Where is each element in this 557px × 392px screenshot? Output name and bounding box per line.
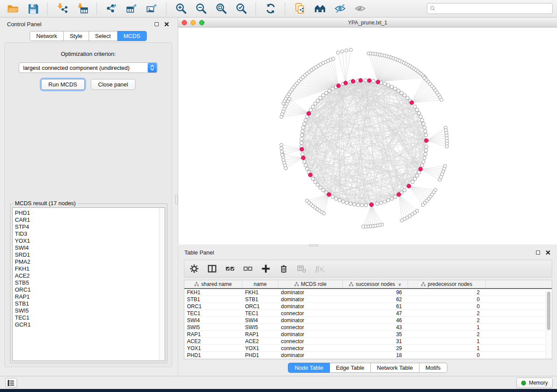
table-row[interactable]: SWI5SWI5connector431 <box>184 324 552 331</box>
toolbar-separator <box>97 3 97 15</box>
table-row[interactable]: SWI4SWI4dominator462 <box>184 317 552 324</box>
table-row[interactable]: FKH1FKH1dominator962 <box>184 289 552 296</box>
create-column-icon[interactable] <box>260 264 271 274</box>
cell-name: ORC1 <box>242 303 278 309</box>
close-panel-button[interactable]: Close panel <box>91 79 136 90</box>
mcds-result-item[interactable]: CAR1 <box>15 217 165 224</box>
task-history-icon[interactable] <box>5 378 17 388</box>
cell-predecessor-nodes: 1 <box>408 338 486 344</box>
zoom-selected-icon[interactable] <box>233 2 249 16</box>
tab-mcds[interactable]: MCDS <box>118 31 147 41</box>
table-panel-tabs: Node TableEdge TableNetwork TableMotifs <box>288 363 447 373</box>
cell-predecessor-nodes: 0 <box>408 303 486 309</box>
tab-network-table[interactable]: Network Table <box>371 363 419 373</box>
column-header-predecessor-nodes[interactable]: predecessor nodes <box>408 280 486 288</box>
select-all-rows-icon[interactable] <box>225 264 235 274</box>
cell-predecessor-nodes: 2 <box>408 331 486 337</box>
mcds-result-item[interactable]: STB5 <box>15 279 165 286</box>
network-canvas[interactable] <box>178 28 557 244</box>
mcds-result-item[interactable]: RAP1 <box>15 293 165 300</box>
destroy-table-icon <box>296 264 307 274</box>
network-window-titlebar[interactable]: YPA_prune.txt_1 <box>178 18 557 28</box>
save-session-icon[interactable] <box>24 2 41 16</box>
mcds-result-item[interactable]: PMA2 <box>15 258 165 265</box>
first-neighbors-icon[interactable] <box>311 2 328 16</box>
show-all-icon[interactable] <box>352 2 368 16</box>
import-network-icon[interactable] <box>54 2 70 16</box>
zoom-out-icon[interactable] <box>193 2 209 16</box>
float-table-panel-icon[interactable] <box>535 250 541 255</box>
table-row[interactable]: TEC1TEC1connector472 <box>184 310 552 317</box>
toolbar-separator <box>166 3 166 15</box>
export-network-icon[interactable] <box>103 2 120 16</box>
mcds-result-item[interactable]: SRD1 <box>15 251 165 258</box>
mcds-result-item[interactable]: SWI4 <box>15 244 165 251</box>
search-input[interactable] <box>437 6 550 12</box>
node-table-rows: FKH1FKH1dominator962STB1STB1dominator620… <box>184 289 552 359</box>
tab-select[interactable]: Select <box>89 31 118 41</box>
table-row[interactable]: ACE2ACE2connector311 <box>184 338 552 345</box>
mcds-result-item[interactable]: SWI5 <box>15 307 165 314</box>
mcds-result-item[interactable]: STB1 <box>15 300 165 307</box>
network-graph[interactable] <box>178 28 557 244</box>
tab-style[interactable]: Style <box>64 31 89 41</box>
mcds-result-item[interactable]: GCR1 <box>15 321 165 328</box>
mcds-result-item[interactable]: FKH1 <box>15 265 165 272</box>
export-table-icon[interactable] <box>123 2 140 16</box>
mcds-result-item[interactable]: TEC1 <box>15 314 165 321</box>
column-header-name[interactable]: name <box>242 280 278 288</box>
table-options-gear-icon[interactable] <box>189 264 199 274</box>
run-mcds-button[interactable]: Run MCDS <box>41 79 85 90</box>
search-box[interactable] <box>427 3 553 14</box>
table-panel-title: Table Panel <box>184 249 214 256</box>
table-scrollbar-thumb[interactable] <box>547 292 550 330</box>
column-header-MCDS-role[interactable]: MCDS role <box>278 280 343 288</box>
table-row[interactable]: YOX1YOX1connector291 <box>184 345 552 352</box>
column-header-successor-nodes[interactable]: successor nodes∨ <box>343 280 408 288</box>
application-window: Control Panel NetworkStyleSelectMCDS Opt… <box>0 0 557 389</box>
zoom-fit-icon[interactable] <box>213 2 229 16</box>
table-row[interactable]: STB1STB1dominator620 <box>184 296 552 303</box>
new-network-from-selection-icon[interactable] <box>291 2 308 16</box>
table-row[interactable]: RAP1RAP1dominator352 <box>184 331 552 338</box>
zoom-in-icon[interactable] <box>173 2 189 16</box>
mcds-result-item[interactable]: TID3 <box>15 230 165 237</box>
cell-name: SWI5 <box>242 324 278 330</box>
delete-column-icon[interactable] <box>278 264 289 274</box>
column-header-shared-name[interactable]: shared name <box>184 280 242 288</box>
tab-edge-table[interactable]: Edge Table <box>330 363 371 373</box>
show-columns-icon[interactable] <box>207 264 217 274</box>
deselect-all-rows-icon[interactable] <box>242 264 253 274</box>
float-panel-icon[interactable] <box>154 21 159 27</box>
toolbar-separator <box>256 3 256 15</box>
main-toolbar-icons <box>4 2 368 16</box>
memory-button[interactable]: Memory <box>516 378 553 388</box>
mcds-result-list[interactable]: PHD1CAR1STP4TID3YOX1SWI4SRD1PMA2FKH1ACE2… <box>12 207 165 361</box>
optimization-criterion-select[interactable]: largest connected component (undirected) <box>19 62 158 73</box>
open-file-icon[interactable] <box>4 2 21 16</box>
mcds-result-item[interactable]: YOX1 <box>15 237 165 244</box>
cell-successor-nodes: 96 <box>343 289 408 296</box>
mcds-result-item[interactable]: ACE2 <box>15 272 165 279</box>
import-table-icon[interactable] <box>74 2 90 16</box>
mcds-result-item[interactable]: PHD1 <box>15 210 165 217</box>
tab-motifs[interactable]: Motifs <box>419 363 447 373</box>
table-row[interactable]: PHD1PHD1dominator180 <box>184 352 552 359</box>
export-image-icon[interactable] <box>143 2 160 16</box>
apply-layout-icon[interactable] <box>262 2 279 16</box>
tab-node-table[interactable]: Node Table <box>288 363 330 373</box>
mcds-result-item[interactable]: STP4 <box>15 224 165 230</box>
hide-selected-icon[interactable] <box>332 2 348 16</box>
tab-network[interactable]: Network <box>30 31 64 41</box>
table-row[interactable]: ORC1ORC1dominator610 <box>184 303 552 310</box>
cell-shared-name: RAP1 <box>184 331 242 337</box>
cell-MCDS-role: connector <box>278 310 343 316</box>
close-panel-icon[interactable] <box>164 21 170 27</box>
mcds-result-item[interactable]: ORC1 <box>15 286 165 293</box>
table-scrollbar[interactable] <box>546 291 551 358</box>
mcds-list-scrollbar[interactable] <box>159 208 165 361</box>
close-table-panel-icon[interactable] <box>545 250 551 255</box>
vertical-splitter[interactable] <box>175 18 178 376</box>
mcds-tab-content: Optimization criterion: largest connecte… <box>4 42 172 367</box>
cell-shared-name: ACE2 <box>184 338 242 344</box>
